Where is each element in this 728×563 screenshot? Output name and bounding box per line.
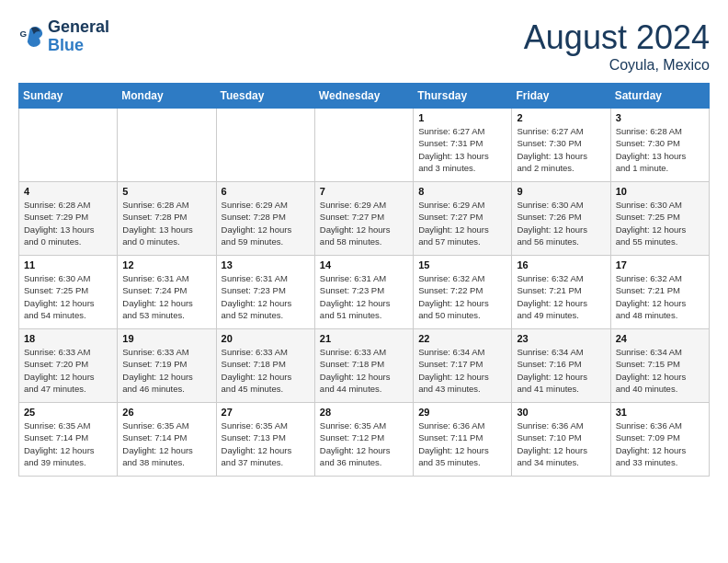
calendar-week-1: 1Sunrise: 6:27 AM Sunset: 7:31 PM Daylig… (19, 109, 710, 182)
day-number: 16 (517, 259, 605, 270)
day-number: 28 (320, 407, 408, 418)
calendar-cell: 19Sunrise: 6:33 AM Sunset: 7:19 PM Dayli… (118, 329, 216, 403)
weekday-header-sunday: Sunday (19, 84, 118, 109)
calendar-cell: 16Sunrise: 6:32 AM Sunset: 7:21 PM Dayli… (512, 256, 610, 329)
day-info: Sunrise: 6:36 AM Sunset: 7:11 PM Dayligh… (418, 419, 506, 468)
calendar-cell: 5Sunrise: 6:28 AM Sunset: 7:28 PM Daylig… (118, 182, 216, 256)
title-block: August 2024 Coyula, Mexico (524, 18, 710, 74)
day-info: Sunrise: 6:29 AM Sunset: 7:28 PM Dayligh… (222, 199, 310, 247)
day-info: Sunrise: 6:28 AM Sunset: 7:28 PM Dayligh… (122, 199, 210, 247)
calendar-cell: 24Sunrise: 6:34 AM Sunset: 7:15 PM Dayli… (610, 329, 709, 403)
calendar-cell: 7Sunrise: 6:29 AM Sunset: 7:27 PM Daylig… (314, 182, 413, 256)
day-info: Sunrise: 6:32 AM Sunset: 7:22 PM Dayligh… (418, 272, 506, 321)
calendar-cell: 18Sunrise: 6:33 AM Sunset: 7:20 PM Dayli… (19, 329, 118, 403)
calendar-cell: 17Sunrise: 6:32 AM Sunset: 7:21 PM Dayli… (610, 256, 709, 329)
day-number: 19 (122, 333, 210, 344)
day-info: Sunrise: 6:34 AM Sunset: 7:15 PM Dayligh… (616, 346, 704, 395)
day-info: Sunrise: 6:33 AM Sunset: 7:18 PM Dayligh… (222, 346, 310, 395)
day-number: 8 (418, 186, 506, 197)
day-number: 6 (222, 186, 310, 197)
calendar-cell: 23Sunrise: 6:34 AM Sunset: 7:16 PM Dayli… (512, 329, 610, 403)
day-number: 18 (24, 333, 112, 344)
calendar-cell: 29Sunrise: 6:36 AM Sunset: 7:11 PM Dayli… (414, 403, 512, 477)
calendar-cell: 14Sunrise: 6:31 AM Sunset: 7:23 PM Dayli… (314, 256, 413, 329)
calendar-cell: 1Sunrise: 6:27 AM Sunset: 7:31 PM Daylig… (414, 109, 512, 182)
day-info: Sunrise: 6:31 AM Sunset: 7:23 PM Dayligh… (222, 272, 310, 321)
day-number: 23 (517, 333, 605, 344)
month-year: August 2024 (524, 18, 710, 57)
day-number: 1 (418, 112, 506, 123)
calendar-cell: 2Sunrise: 6:27 AM Sunset: 7:30 PM Daylig… (512, 109, 610, 182)
day-info: Sunrise: 6:30 AM Sunset: 7:26 PM Dayligh… (517, 199, 605, 247)
weekday-header-tuesday: Tuesday (216, 84, 314, 109)
day-info: Sunrise: 6:29 AM Sunset: 7:27 PM Dayligh… (320, 199, 408, 247)
calendar-cell: 28Sunrise: 6:35 AM Sunset: 7:12 PM Dayli… (314, 403, 413, 477)
calendar-header: SundayMondayTuesdayWednesdayThursdayFrid… (19, 84, 710, 109)
day-info: Sunrise: 6:33 AM Sunset: 7:18 PM Dayligh… (320, 346, 408, 395)
calendar-week-5: 25Sunrise: 6:35 AM Sunset: 7:14 PM Dayli… (19, 403, 710, 477)
day-number: 2 (517, 112, 605, 123)
day-number: 7 (320, 186, 408, 197)
logo: G General Blue (18, 18, 109, 55)
day-number: 15 (418, 259, 506, 270)
calendar-week-3: 11Sunrise: 6:30 AM Sunset: 7:25 PM Dayli… (19, 256, 710, 329)
calendar-cell: 30Sunrise: 6:36 AM Sunset: 7:10 PM Dayli… (512, 403, 610, 477)
calendar-cell (19, 109, 118, 182)
calendar-cell: 12Sunrise: 6:31 AM Sunset: 7:24 PM Dayli… (118, 256, 216, 329)
calendar-cell: 10Sunrise: 6:30 AM Sunset: 7:25 PM Dayli… (610, 182, 709, 256)
day-info: Sunrise: 6:28 AM Sunset: 7:29 PM Dayligh… (24, 199, 112, 247)
logo-text: General Blue (48, 18, 109, 55)
calendar-cell: 27Sunrise: 6:35 AM Sunset: 7:13 PM Dayli… (216, 403, 314, 477)
day-number: 30 (517, 407, 605, 418)
day-info: Sunrise: 6:27 AM Sunset: 7:31 PM Dayligh… (418, 125, 506, 174)
day-info: Sunrise: 6:28 AM Sunset: 7:30 PM Dayligh… (616, 125, 704, 174)
day-info: Sunrise: 6:30 AM Sunset: 7:25 PM Dayligh… (24, 272, 112, 321)
calendar-cell (314, 109, 413, 182)
day-number: 26 (122, 407, 210, 418)
day-info: Sunrise: 6:30 AM Sunset: 7:25 PM Dayligh… (616, 199, 704, 247)
day-info: Sunrise: 6:34 AM Sunset: 7:16 PM Dayligh… (517, 346, 605, 395)
day-number: 29 (418, 407, 506, 418)
calendar-cell: 20Sunrise: 6:33 AM Sunset: 7:18 PM Dayli… (216, 329, 314, 403)
location: Coyula, Mexico (524, 57, 710, 74)
weekday-header-wednesday: Wednesday (314, 84, 413, 109)
calendar-cell: 11Sunrise: 6:30 AM Sunset: 7:25 PM Dayli… (19, 256, 118, 329)
calendar-cell: 4Sunrise: 6:28 AM Sunset: 7:29 PM Daylig… (19, 182, 118, 256)
calendar-cell: 15Sunrise: 6:32 AM Sunset: 7:22 PM Dayli… (414, 256, 512, 329)
day-number: 31 (616, 407, 704, 418)
day-number: 25 (24, 407, 112, 418)
weekday-header-saturday: Saturday (610, 84, 709, 109)
calendar-week-4: 18Sunrise: 6:33 AM Sunset: 7:20 PM Dayli… (19, 329, 710, 403)
calendar-cell (118, 109, 216, 182)
day-info: Sunrise: 6:32 AM Sunset: 7:21 PM Dayligh… (517, 272, 605, 321)
day-number: 17 (616, 259, 704, 270)
day-number: 4 (24, 186, 112, 197)
day-info: Sunrise: 6:31 AM Sunset: 7:23 PM Dayligh… (320, 272, 408, 321)
day-number: 5 (122, 186, 210, 197)
day-info: Sunrise: 6:32 AM Sunset: 7:21 PM Dayligh… (616, 272, 704, 321)
weekday-header-thursday: Thursday (414, 84, 512, 109)
calendar-cell: 3Sunrise: 6:28 AM Sunset: 7:30 PM Daylig… (610, 109, 709, 182)
day-info: Sunrise: 6:35 AM Sunset: 7:12 PM Dayligh… (320, 419, 408, 468)
calendar-cell: 6Sunrise: 6:29 AM Sunset: 7:28 PM Daylig… (216, 182, 314, 256)
calendar-week-2: 4Sunrise: 6:28 AM Sunset: 7:29 PM Daylig… (19, 182, 710, 256)
day-number: 9 (517, 186, 605, 197)
weekday-header-friday: Friday (512, 84, 610, 109)
day-number: 20 (222, 333, 310, 344)
day-info: Sunrise: 6:31 AM Sunset: 7:24 PM Dayligh… (122, 272, 210, 321)
calendar-cell (216, 109, 314, 182)
calendar-cell: 21Sunrise: 6:33 AM Sunset: 7:18 PM Dayli… (314, 329, 413, 403)
calendar-cell: 8Sunrise: 6:29 AM Sunset: 7:27 PM Daylig… (414, 182, 512, 256)
calendar-cell: 9Sunrise: 6:30 AM Sunset: 7:26 PM Daylig… (512, 182, 610, 256)
weekday-header-row: SundayMondayTuesdayWednesdayThursdayFrid… (19, 84, 710, 109)
day-info: Sunrise: 6:35 AM Sunset: 7:14 PM Dayligh… (24, 419, 112, 468)
day-info: Sunrise: 6:34 AM Sunset: 7:17 PM Dayligh… (418, 346, 506, 395)
day-number: 27 (222, 407, 310, 418)
calendar-table: SundayMondayTuesdayWednesdayThursdayFrid… (18, 83, 710, 477)
day-info: Sunrise: 6:29 AM Sunset: 7:27 PM Dayligh… (418, 199, 506, 247)
day-number: 22 (418, 333, 506, 344)
day-number: 24 (616, 333, 704, 344)
calendar-cell: 22Sunrise: 6:34 AM Sunset: 7:17 PM Dayli… (414, 329, 512, 403)
day-number: 14 (320, 259, 408, 270)
calendar-cell: 25Sunrise: 6:35 AM Sunset: 7:14 PM Dayli… (19, 403, 118, 477)
